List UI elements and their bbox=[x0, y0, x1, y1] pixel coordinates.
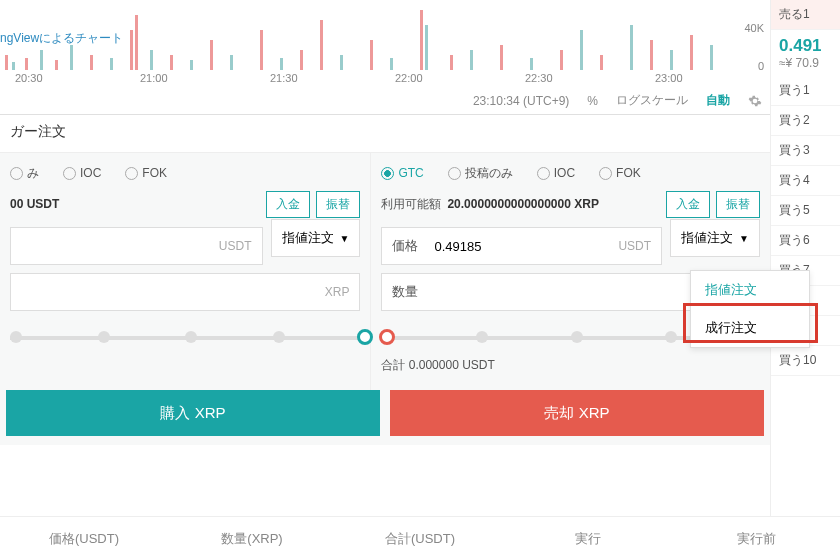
svg-rect-22 bbox=[420, 10, 423, 70]
buy-qty-input[interactable]: XRP bbox=[10, 273, 360, 311]
buy-price-input[interactable]: USDT bbox=[10, 227, 263, 265]
svg-rect-12 bbox=[190, 60, 193, 70]
tab-executed[interactable]: 実行 bbox=[504, 530, 672, 548]
svg-rect-5 bbox=[70, 45, 73, 70]
orderbook-buy-row[interactable]: 買う1 bbox=[771, 76, 840, 106]
sell-price-input[interactable]: 価格 USDT bbox=[381, 227, 662, 265]
svg-rect-10 bbox=[150, 50, 153, 70]
svg-rect-1 bbox=[12, 62, 15, 70]
svg-rect-0 bbox=[5, 55, 8, 70]
svg-rect-2 bbox=[25, 58, 28, 70]
orderbook-sell-row[interactable]: 売る1 bbox=[771, 0, 840, 30]
menu-item-limit[interactable]: 指値注文 bbox=[691, 271, 809, 309]
svg-rect-11 bbox=[170, 55, 173, 70]
tab-total[interactable]: 合計(USDT) bbox=[336, 530, 504, 548]
svg-rect-33 bbox=[670, 50, 673, 70]
sell-radio-ioc[interactable]: IOC bbox=[537, 166, 575, 180]
buy-order-type-dropdown[interactable]: 指値注文▼ bbox=[271, 219, 361, 257]
sell-deposit-button[interactable]: 入金 bbox=[666, 191, 710, 218]
bottom-tabs: 価格(USDT) 数量(XRP) 合計(USDT) 実行 実行前 bbox=[0, 516, 840, 560]
svg-rect-13 bbox=[210, 40, 213, 70]
svg-rect-35 bbox=[710, 45, 713, 70]
chart-pct-toggle[interactable]: % bbox=[587, 94, 598, 108]
buy-available-amount: 00 USDT bbox=[10, 197, 59, 211]
buy-button[interactable]: 購入 XRP bbox=[6, 390, 380, 436]
sell-radio-fok[interactable]: FOK bbox=[599, 166, 641, 180]
buy-radio-ioc[interactable]: IOC bbox=[63, 166, 101, 180]
svg-rect-23 bbox=[425, 25, 428, 70]
chart-provider-link[interactable]: ngViewによるチャート bbox=[0, 30, 123, 47]
svg-rect-14 bbox=[230, 55, 233, 70]
buy-radio-fok[interactable]: FOK bbox=[125, 166, 167, 180]
svg-rect-3 bbox=[40, 50, 43, 70]
sell-radio-post[interactable]: 投稿のみ bbox=[448, 165, 513, 182]
svg-rect-34 bbox=[690, 35, 693, 70]
svg-rect-19 bbox=[340, 55, 343, 70]
sell-total: 合計 0.000000 USDT bbox=[381, 357, 760, 374]
orderbook-buy-row[interactable]: 買う6 bbox=[771, 226, 840, 256]
buy-column: み IOC FOK 00 USDT 入金 振替 USDT 指値注文▼ bbox=[0, 153, 371, 413]
sell-radio-gtc[interactable]: GTC bbox=[381, 166, 423, 180]
svg-rect-4 bbox=[55, 60, 58, 70]
svg-rect-18 bbox=[320, 20, 323, 70]
sell-available-amount: 20.0000000000000000 XRP bbox=[447, 197, 598, 211]
chart-status-bar: 23:10:34 (UTC+9) % ログスケール 自動 bbox=[473, 92, 762, 109]
svg-rect-29 bbox=[580, 30, 583, 70]
orderbook-buy-row[interactable]: 買う2 bbox=[771, 106, 840, 136]
svg-rect-31 bbox=[630, 25, 633, 70]
chart-auto-toggle[interactable]: 自動 bbox=[706, 92, 730, 109]
svg-rect-16 bbox=[280, 58, 283, 70]
orderbook-price: 0.491 ≈¥ 70.9 bbox=[771, 30, 840, 76]
svg-rect-17 bbox=[300, 50, 303, 70]
orderbook-buy-row[interactable]: 買う5 bbox=[771, 196, 840, 226]
gear-icon[interactable] bbox=[748, 94, 762, 108]
tab-pending[interactable]: 実行前 bbox=[672, 530, 840, 548]
svg-rect-27 bbox=[530, 58, 533, 70]
sell-button[interactable]: 売却 XRP bbox=[390, 390, 764, 436]
svg-rect-28 bbox=[560, 50, 563, 70]
menu-item-market[interactable]: 成行注文 bbox=[691, 309, 809, 347]
svg-rect-20 bbox=[370, 40, 373, 70]
svg-rect-9 bbox=[135, 15, 138, 70]
svg-rect-21 bbox=[390, 58, 393, 70]
order-type-menu: 指値注文 成行注文 bbox=[690, 270, 810, 348]
sell-order-type-dropdown[interactable]: 指値注文▼ bbox=[670, 219, 760, 257]
chart-time: 23:10:34 (UTC+9) bbox=[473, 94, 569, 108]
chart-logscale-toggle[interactable]: ログスケール bbox=[616, 92, 688, 109]
buy-deposit-button[interactable]: 入金 bbox=[266, 191, 310, 218]
sell-transfer-button[interactable]: 振替 bbox=[716, 191, 760, 218]
svg-rect-6 bbox=[90, 55, 93, 70]
chart-area: ngViewによるチャート 40K 0 20:30 21:00 21:30 22… bbox=[0, 0, 770, 115]
orderbook-buy-row[interactable]: 買う3 bbox=[771, 136, 840, 166]
orderbook-buy-row[interactable]: 買う10 bbox=[771, 346, 840, 376]
action-buttons: 購入 XRP 売却 XRP bbox=[0, 390, 770, 436]
order-header: ガー注文 bbox=[0, 115, 770, 153]
buy-radio-only[interactable]: み bbox=[10, 165, 39, 182]
svg-rect-32 bbox=[650, 40, 653, 70]
tab-price[interactable]: 価格(USDT) bbox=[0, 530, 168, 548]
sell-available-label: 利用可能額 bbox=[381, 196, 441, 213]
svg-rect-25 bbox=[470, 50, 473, 70]
svg-rect-30 bbox=[600, 55, 603, 70]
svg-rect-7 bbox=[110, 58, 113, 70]
buy-slider[interactable] bbox=[10, 329, 360, 347]
orderbook-buy-row[interactable]: 買う4 bbox=[771, 166, 840, 196]
tab-qty[interactable]: 数量(XRP) bbox=[168, 530, 336, 548]
buy-transfer-button[interactable]: 振替 bbox=[316, 191, 360, 218]
svg-rect-24 bbox=[450, 55, 453, 70]
svg-rect-26 bbox=[500, 45, 503, 70]
svg-rect-15 bbox=[260, 30, 263, 70]
svg-rect-8 bbox=[130, 30, 133, 70]
